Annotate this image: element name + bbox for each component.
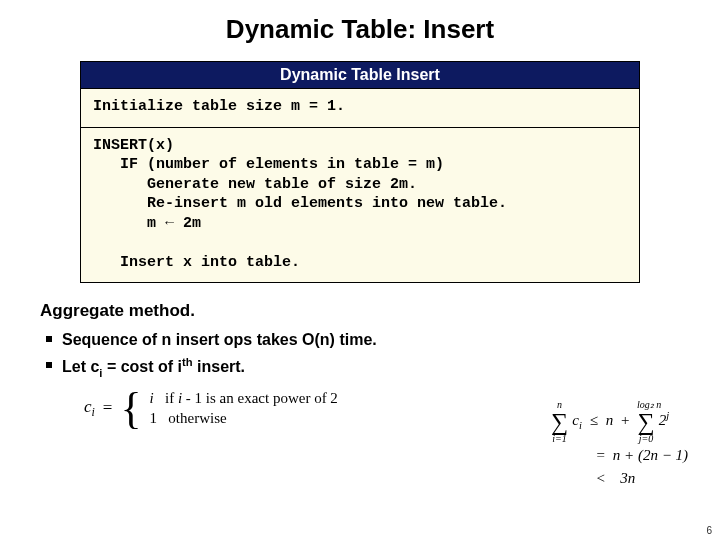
sum-row-1: n ∑ i=1 ci ≤ n + log₂ n ∑ j=0 2j [551,400,688,444]
var: c [572,412,579,428]
sum-row-3: < 3n [551,467,688,490]
ci-equation: ci = { i if i - 1 is an exact power of 2… [84,388,338,429]
bullet-text: Sequence of n insert ops takes O(n) time… [62,331,377,348]
page-title: Dynamic Table: Insert [0,0,720,55]
if-text: if [165,390,178,406]
sigma-icon: n ∑ i=1 [551,400,569,444]
bullet-text: Let c [62,358,99,375]
eq-op: = [593,447,609,463]
algorithm-init: Initialize table size m = 1. [81,89,639,127]
brace-icon: { [120,391,141,426]
section-heading: Aggregate method. [40,301,680,321]
var: n [606,412,614,428]
sum-row-2: = n + (2n − 1) [551,444,688,467]
cond-text: - 1 is an exact power of 2 [182,390,338,406]
sum-lower: j=0 [637,434,655,444]
val: 1 [150,410,158,426]
otherwise-text: otherwise [168,410,226,426]
ci-lhs: ci [84,397,95,420]
subscript: i [92,405,95,419]
sigma: ∑ [551,410,569,434]
superscript: j [666,410,669,421]
case-2: 1 otherwise [150,408,338,428]
superscript: th [182,356,193,368]
le-op: ≤ [586,412,602,428]
val: i [150,390,154,406]
bullet-list: Sequence of n insert ops takes O(n) time… [40,329,680,380]
algorithm-body: INSERT(x) IF (number of elements in tabl… [81,128,639,283]
sigma: ∑ [637,410,655,434]
case-1: i if i - 1 is an exact power of 2 [150,388,338,408]
algorithm-header: Dynamic Table Insert [81,62,639,89]
var: c [84,397,92,416]
equals: = [103,398,113,418]
expr: n + (2n − 1) [613,447,688,463]
lt-op: < [593,470,609,486]
sigma-icon: log₂ n ∑ j=0 [637,400,655,444]
page-number: 6 [706,525,712,536]
expr: 3n [620,470,635,486]
subscript: i [579,420,582,431]
list-item: Sequence of n insert ops takes O(n) time… [62,329,680,351]
algorithm-box: Dynamic Table Insert Initialize table si… [80,61,640,283]
summation-block: n ∑ i=1 ci ≤ n + log₂ n ∑ j=0 2j = n + (… [551,400,688,489]
sum-lower: i=1 [551,434,569,444]
cases: i if i - 1 is an exact power of 2 1 othe… [150,388,338,429]
bullet-text: insert. [193,358,245,375]
plus-op: + [617,412,633,428]
list-item: Let ci = cost of ith insert. [62,355,680,381]
bullet-text: = cost of i [102,358,182,375]
